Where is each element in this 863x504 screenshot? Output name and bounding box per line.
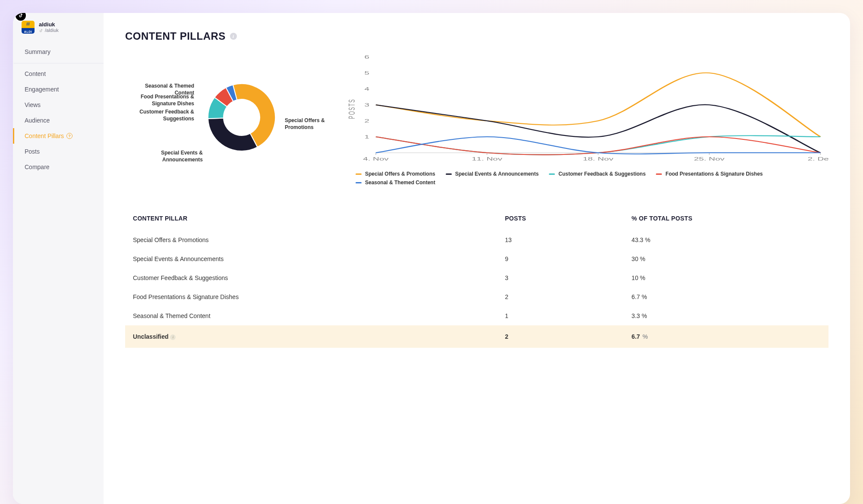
content-pillar-table: CONTENT PILLAR POSTS % OF TOTAL POSTS Sp… — [125, 208, 828, 348]
sidebar-item-content[interactable]: Content — [13, 66, 104, 82]
line-series-special_offers[interactable] — [376, 73, 820, 137]
sidebar-item-audience[interactable]: Audience — [13, 113, 104, 128]
legend-swatch — [356, 182, 362, 183]
legend-item-special_offers[interactable]: Special Offers & Promotions — [356, 171, 435, 177]
logo-top: /// — [26, 22, 30, 26]
line-series-seasonal[interactable] — [376, 137, 820, 154]
sidebar: /// ALDI aldiuk /aldiuk SummaryContentEn… — [13, 13, 104, 504]
profile-names: aldiuk /aldiuk — [39, 21, 59, 34]
tiktok-badge-icon — [16, 13, 26, 21]
svg-text:POSTS: POSTS — [347, 98, 356, 119]
logo-bottom: ALDI — [24, 30, 32, 33]
th-pillar[interactable]: CONTENT PILLAR — [125, 208, 505, 230]
handle-text: /aldiuk — [45, 28, 59, 33]
table-header-row: CONTENT PILLAR POSTS % OF TOTAL POSTS — [125, 208, 828, 230]
svg-text:18. Nov: 18. Nov — [583, 156, 614, 161]
profile-name: aldiuk — [39, 21, 59, 28]
sidebar-item-views[interactable]: Views — [13, 97, 104, 113]
cell-pct: 10 % — [632, 268, 828, 287]
charts-row: Special Offers & Promotions Seasonal & T… — [125, 53, 828, 191]
svg-text:25. Nov: 25. Nov — [694, 156, 725, 161]
table-row[interactable]: Unclassifiedi26.7 % — [125, 325, 828, 348]
donut-svg — [203, 79, 280, 156]
legend-swatch — [656, 173, 662, 175]
line-chart-svg: POSTS1234564. Nov11. Nov18. Nov25. Nov2.… — [345, 53, 828, 165]
sidebar-item-posts[interactable]: Posts — [13, 144, 104, 159]
legend-item-seasonal[interactable]: Seasonal & Themed Content — [356, 180, 435, 186]
svg-text:4. Nov: 4. Nov — [363, 156, 389, 161]
brand-logo: /// ALDI — [22, 21, 35, 34]
cell-pillar: Seasonal & Themed Content — [125, 306, 505, 325]
cell-pillar: Food Presentations & Signature Dishes — [125, 287, 505, 306]
legend-swatch — [446, 173, 452, 175]
table-row[interactable]: Special Events & Announcements930 % — [125, 249, 828, 268]
legend-item-customer_feedback[interactable]: Customer Feedback & Suggestions — [549, 171, 646, 177]
info-icon[interactable]: i — [230, 33, 237, 40]
legend-label: Special Offers & Promotions — [365, 171, 435, 177]
main-content: CONTENT PILLARS i Special Offers & Promo… — [104, 13, 850, 504]
legend-label: Customer Feedback & Suggestions — [558, 171, 646, 177]
sidebar-item-summary[interactable]: Summary — [13, 44, 104, 63]
donut-label-events: Special Events & Announcements — [138, 150, 203, 163]
page-title-text: CONTENT PILLARS — [125, 30, 226, 42]
th-posts[interactable]: POSTS — [505, 208, 631, 230]
sidebar-item-content-pillars[interactable]: Content Pillars? — [13, 128, 104, 144]
line-series-food_presentations[interactable] — [376, 137, 820, 155]
sidebar-item-label: Views — [25, 101, 41, 108]
donut-label-feedback: Customer Feedback & Suggestions — [129, 109, 194, 122]
cell-pct: 6.7 % — [632, 287, 828, 306]
line-series-customer_feedback[interactable] — [376, 135, 820, 154]
donut-slice-special_events[interactable] — [208, 118, 257, 151]
svg-text:2: 2 — [365, 118, 369, 123]
cell-pct: 6.7 % — [632, 325, 828, 348]
profile-handle: /aldiuk — [39, 28, 59, 33]
th-pct[interactable]: % OF TOTAL POSTS — [632, 208, 828, 230]
app-frame: /// ALDI aldiuk /aldiuk SummaryContentEn… — [13, 13, 850, 504]
line-chart-area: POSTS1234564. Nov11. Nov18. Nov25. Nov2.… — [345, 53, 828, 186]
sidebar-item-label: Content — [25, 70, 46, 77]
cell-posts: 13 — [505, 230, 631, 249]
svg-text:6: 6 — [365, 54, 369, 60]
table-row[interactable]: Customer Feedback & Suggestions310 % — [125, 268, 828, 287]
table-row[interactable]: Special Offers & Promotions1343.3 % — [125, 230, 828, 249]
help-icon[interactable]: ? — [66, 133, 72, 139]
cell-pct: 3.3 % — [632, 306, 828, 325]
page-title: CONTENT PILLARS i — [125, 30, 828, 42]
tiktok-mini-icon — [39, 28, 43, 33]
donut-label-offers: Special Offers & Promotions — [285, 117, 332, 131]
cell-posts: 3 — [505, 268, 631, 287]
info-icon[interactable]: i — [170, 334, 176, 340]
sidebar-item-label: Posts — [25, 148, 40, 155]
legend-label: Food Presentations & Signature Dishes — [665, 171, 762, 177]
cell-posts: 9 — [505, 249, 631, 268]
donut-svg-wrap — [203, 79, 280, 158]
cell-pillar: Customer Feedback & Suggestions — [125, 268, 505, 287]
svg-text:4: 4 — [365, 86, 369, 91]
cell-pillar: Unclassifiedi — [125, 325, 505, 348]
svg-text:3: 3 — [365, 102, 369, 107]
line-series-special_events[interactable] — [376, 105, 820, 153]
sidebar-item-label: Audience — [25, 117, 50, 124]
cell-posts: 2 — [505, 325, 631, 348]
svg-text:11. Nov: 11. Nov — [472, 156, 503, 161]
cell-posts: 1 — [505, 306, 631, 325]
profile-block[interactable]: /// ALDI aldiuk /aldiuk — [13, 21, 104, 41]
cell-pillar: Special Offers & Promotions — [125, 230, 505, 249]
legend-swatch — [356, 173, 362, 175]
sidebar-item-compare[interactable]: Compare — [13, 159, 104, 175]
sidebar-item-label: Engagement — [25, 86, 59, 93]
cell-pct: 43.3 % — [632, 230, 828, 249]
sidebar-item-label: Content Pillars — [25, 132, 64, 139]
line-chart-legend: Special Offers & PromotionsSpecial Event… — [345, 167, 828, 186]
legend-item-special_events[interactable]: Special Events & Announcements — [446, 171, 539, 177]
svg-text:5: 5 — [365, 70, 369, 76]
table-row[interactable]: Food Presentations & Signature Dishes26.… — [125, 287, 828, 306]
svg-text:2. Dec: 2. Dec — [808, 156, 828, 161]
cell-posts: 2 — [505, 287, 631, 306]
table-row[interactable]: Seasonal & Themed Content13.3 % — [125, 306, 828, 325]
sidebar-item-engagement[interactable]: Engagement — [13, 82, 104, 97]
legend-item-food_presentations[interactable]: Food Presentations & Signature Dishes — [656, 171, 762, 177]
legend-label: Special Events & Announcements — [455, 171, 539, 177]
legend-swatch — [549, 173, 555, 175]
donut-chart: Special Offers & Promotions Seasonal & T… — [125, 53, 332, 191]
